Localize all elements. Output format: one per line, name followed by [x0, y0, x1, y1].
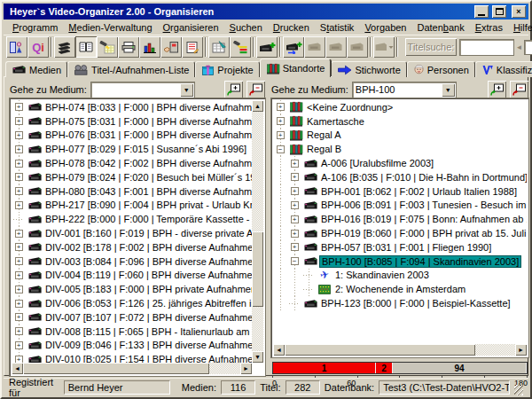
scroll-thumb[interactable] [252, 231, 263, 307]
menu-item-statistik[interactable]: Statistik [315, 22, 360, 33]
expand-all-button[interactable] [224, 81, 243, 98]
tree-row[interactable]: +BPH-076 [B:031 | F:000 | BPH diverse Au… [12, 129, 252, 143]
menu-item-extras[interactable]: Extras [470, 22, 508, 33]
medium-entfernen-button[interactable] [347, 36, 368, 58]
expand-plus-icon[interactable]: + [291, 173, 299, 181]
expand-plus-icon[interactable]: + [15, 257, 23, 265]
expand-plus-icon[interactable]: + [277, 103, 285, 111]
scroll-right-arrow[interactable]: ► [515, 344, 527, 356]
tab-medien[interactable]: Medien [5, 61, 67, 77]
expand-plus-icon[interactable]: + [15, 201, 23, 209]
tree-row[interactable]: +BPH-016 [B:019 | F:075 | Bonn: Aufnahme… [273, 212, 527, 226]
resize-grip[interactable] [514, 385, 523, 395]
menu-item-organisieren[interactable]: Organisieren [158, 22, 224, 33]
collapse-minus-icon[interactable]: − [277, 145, 285, 153]
expand-plus-icon[interactable]: + [15, 341, 23, 349]
tree-row[interactable]: +BPH-019 [B:060 | F:000 | BPH privat ab … [273, 226, 527, 240]
expand-plus-icon[interactable]: + [15, 103, 23, 111]
tree-row[interactable]: −Regal B [273, 142, 527, 156]
expand-plus-icon[interactable]: + [291, 187, 299, 195]
tree-row[interactable]: +BPH-217 [B:090 | F:004 | BPH privat - U… [12, 199, 252, 213]
collapse-minus-icon[interactable]: − [291, 257, 299, 265]
menu-item-drucken[interactable]: Drucken [268, 22, 315, 33]
goto-medium-combobox[interactable]: BPH-100 ▼ [352, 82, 457, 98]
expand-plus-icon[interactable]: + [15, 230, 23, 238]
minimize-button[interactable] [474, 5, 489, 18]
vorgaben-button[interactable] [160, 36, 182, 58]
tree-row[interactable]: +BPH-078 [B:042 | F:002 | BPH diverse Au… [12, 156, 252, 170]
expand-plus-icon[interactable]: + [15, 271, 23, 279]
expand-plus-icon[interactable]: + [291, 201, 299, 209]
tree-row[interactable]: +DIV-004 [B:119 | F:060 | BPH diverse Au… [12, 269, 252, 283]
titelsuche-button[interactable]: Titelsuche: [405, 38, 457, 56]
tab-projekte[interactable]: Projekte [195, 61, 259, 77]
tree-row[interactable]: +DIV-005 [B:183 | F:000 | BPH private Au… [12, 282, 252, 296]
menu-item-medien-verwaltung[interactable]: Medien-Verwaltung [63, 22, 157, 33]
tab-stichworte[interactable]: Stichworte [331, 61, 406, 77]
collapse-all-button[interactable] [246, 81, 265, 98]
drucken-button[interactable] [118, 36, 139, 58]
tree-row[interactable]: +DIV-002 [B:178 | F:002 | BPH diverse Au… [12, 240, 252, 254]
horizontal-scrollbar[interactable]: ◄ ► [273, 344, 527, 356]
expand-plus-icon[interactable]: + [277, 131, 285, 139]
tree-row[interactable]: +Kamertasche [273, 114, 527, 129]
expand-plus-icon[interactable]: + [277, 117, 285, 125]
scroll-left-arrow[interactable]: ◄ [273, 344, 285, 356]
tree-row[interactable]: +DIV-001 [B:160 | F:019 | BPH - diverse … [12, 226, 252, 240]
tab-personen[interactable]: Personen [407, 61, 475, 77]
tree-row[interactable]: 2: Wochenende in Amsterdam [273, 282, 527, 296]
medium-neu-button[interactable] [256, 36, 278, 58]
collapse-all-button[interactable] [510, 81, 528, 98]
tree-row[interactable]: +BPH-001 [B:062 | F:002 | Urlaub Italien… [273, 184, 527, 199]
chevron-down-icon[interactable]: ▼ [442, 83, 455, 97]
tree-row[interactable]: +BPH-075 [B:031 | F:000 | BPH diverse Au… [12, 114, 252, 129]
farb-suche-button[interactable] [230, 36, 251, 58]
medien-verwaltung-button[interactable] [54, 36, 75, 58]
statistik-button[interactable] [139, 36, 160, 58]
expand-plus-icon[interactable]: + [15, 131, 23, 139]
tree-row[interactable]: +<Keine Zuordnung> [273, 100, 527, 114]
medium-menu-button[interactable] [373, 36, 395, 58]
medium-kopieren-button[interactable] [304, 36, 325, 58]
medium-import-button[interactable] [283, 36, 304, 58]
expand-plus-icon[interactable]: + [291, 230, 299, 238]
menu-item-vorgaben[interactable]: Vorgaben [359, 22, 411, 33]
scroll-up-arrow[interactable]: ▲ [252, 100, 263, 112]
tree-row[interactable]: ✈1: Skandinavien 2003 [273, 269, 527, 283]
expand-plus-icon[interactable]: + [15, 243, 23, 251]
expand-plus-icon[interactable]: + [291, 243, 299, 251]
tabellen-button[interactable] [208, 36, 230, 58]
horizontal-scrollbar[interactable]: ◄ ► [12, 363, 252, 374]
tree-row[interactable]: +BPH-077 [B:029 | F:015 | Susanne´s Abi … [12, 142, 252, 156]
tree-row[interactable]: +A-106 [B:035 | F:010 | Die H-Bahn in Do… [273, 170, 527, 184]
scroll-right-arrow[interactable]: ► [240, 363, 252, 374]
chevron-down-icon[interactable]: ▼ [180, 83, 193, 97]
protokoll-button[interactable] [182, 36, 203, 58]
tree-row[interactable]: +BPH-074 [B:033 | F:000 | BPH diverse Au… [12, 100, 252, 114]
scroll-down-arrow[interactable]: ▼ [252, 351, 263, 363]
quickinfo-button[interactable]: Qi [27, 36, 49, 58]
expand-plus-icon[interactable]: + [15, 327, 23, 335]
vertical-scrollbar[interactable]: ▲ ▼ [252, 100, 263, 363]
expand-plus-icon[interactable]: + [15, 160, 23, 168]
expand-all-button[interactable] [488, 81, 506, 98]
tab-titel-aufnahmen-liste[interactable]: Titel-/Aufnahmen-Liste [67, 61, 195, 77]
expand-plus-icon[interactable]: + [291, 160, 299, 168]
tree-row[interactable]: BPH-222 [B:000 | F:000 | Temporäre Kasse… [12, 212, 252, 226]
tree-row[interactable]: +BPH-079 [B:024 | F:020 | Besuch bei Mül… [12, 170, 252, 184]
tree-row[interactable]: +BPH-080 [B:043 | F:001 | BPH diverse Au… [12, 184, 252, 199]
menu-item-programm[interactable]: Programm [7, 22, 63, 33]
expand-plus-icon[interactable]: + [15, 313, 23, 321]
close-button[interactable]: × [512, 5, 526, 18]
goto-medium-combobox[interactable]: ▼ [90, 82, 195, 98]
tab-klassifizierungen[interactable]: Klassifizierungen [475, 61, 532, 77]
tree-row[interactable]: +BPH-057 [B:031 | F:001 | Fliegen 1990] [273, 240, 527, 254]
medium-verschieben-button[interactable] [325, 36, 347, 58]
expand-plus-icon[interactable]: + [15, 117, 23, 125]
expand-plus-icon[interactable]: + [15, 286, 23, 293]
tree-row[interactable]: +DIV-009 [B:046 | F:133 | BPH diverse Au… [12, 339, 252, 353]
tree-row[interactable]: +Regal A [273, 129, 527, 143]
tree-row[interactable]: +DIV-008 [B:115 | F:065 | BPH - Italienu… [12, 325, 252, 339]
tree-row[interactable]: +DIV-007 [B:107 | F:072 | BPH diverse Au… [12, 310, 252, 325]
expand-plus-icon[interactable]: + [15, 300, 23, 308]
